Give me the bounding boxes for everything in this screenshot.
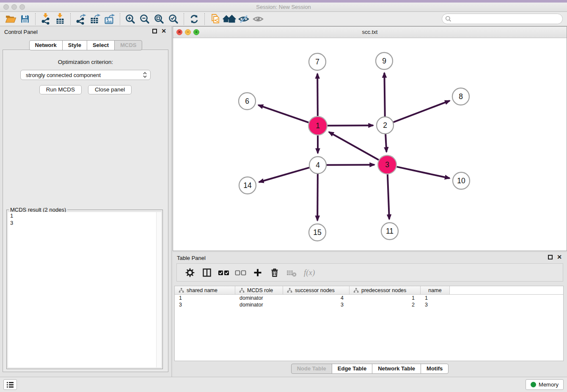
close-table-panel-icon[interactable]: ✕	[557, 255, 562, 259]
maximize-window-button[interactable]	[19, 4, 25, 10]
save-session-icon[interactable]	[18, 13, 32, 25]
zoom-out-icon[interactable]	[138, 13, 152, 25]
graph-edge-4-15[interactable]	[317, 174, 318, 221]
tab-select[interactable]: Select	[87, 40, 115, 50]
tree-column-icon	[287, 288, 292, 293]
graph-node-label-14: 14	[243, 181, 252, 190]
float-panel-icon[interactable]	[152, 29, 157, 33]
export-table-icon[interactable]	[88, 13, 102, 25]
close-window-button[interactable]	[3, 4, 9, 10]
table-cell[interactable]: 4	[283, 295, 350, 301]
columns-icon[interactable]	[201, 266, 213, 279]
table-cell[interactable]: 1	[350, 295, 421, 301]
column-header-label: MCDS role	[247, 287, 273, 293]
graph-edge-1-2[interactable]	[328, 125, 373, 126]
graph-edge-3-10[interactable]	[396, 167, 449, 178]
network-window-title: scc.txt	[173, 27, 567, 38]
graph-edge-2-9[interactable]	[384, 73, 385, 116]
graph-edge-4-14[interactable]	[259, 168, 309, 182]
add-row-icon[interactable]	[251, 266, 264, 279]
table-panel-title: Table Panel	[177, 255, 206, 261]
close-panel-button[interactable]: Close panel	[88, 85, 132, 94]
table-cell[interactable]: 3	[175, 302, 235, 308]
eye-icon[interactable]	[251, 13, 265, 25]
graph-node-label-4: 4	[316, 161, 320, 169]
node-table[interactable]: shared nameMCDS rolesuccessor nodesprede…	[174, 286, 564, 361]
toolbar-separator	[204, 13, 205, 25]
export-network-icon[interactable]	[74, 13, 88, 25]
open-session-icon[interactable]	[3, 13, 18, 25]
result-item[interactable]: 3	[8, 219, 161, 226]
network-view-window: ✕ – + scc.txt 7968124314101511	[173, 26, 567, 251]
trash-icon[interactable]	[268, 266, 281, 279]
table-cell[interactable]: 1	[175, 295, 235, 301]
table-row[interactable]: 3dominator323	[175, 301, 563, 308]
result-list-scrollbar[interactable]	[156, 212, 161, 367]
zoom-fit-icon[interactable]	[152, 13, 166, 25]
select-all-icon[interactable]	[217, 266, 230, 279]
tab-mcds[interactable]: MCDS	[114, 40, 142, 50]
column-header-name[interactable]: name	[421, 286, 450, 294]
export-image-icon[interactable]	[102, 13, 117, 25]
optimization-criterion-label: Optimization criterion:	[3, 59, 168, 65]
tab-network-table[interactable]: Network Table	[372, 364, 421, 374]
graph-edge-4-3[interactable]	[327, 165, 374, 165]
column-header-successor-nodes[interactable]: successor nodes	[283, 286, 350, 294]
window-title: Session: New Session	[0, 3, 567, 11]
zoom-in-icon[interactable]	[123, 13, 138, 25]
graph-edge-2-8[interactable]	[394, 101, 450, 122]
tab-motifs[interactable]: Motifs	[421, 364, 449, 374]
graph-edge-1-6[interactable]	[258, 105, 308, 122]
table-row[interactable]: 1dominator411	[175, 295, 563, 301]
column-header-predecessor-nodes[interactable]: predecessor nodes	[350, 286, 421, 294]
import-table-icon[interactable]	[53, 13, 67, 25]
table-cell[interactable]: 1	[421, 295, 450, 301]
close-panel-icon[interactable]: ✕	[161, 29, 166, 33]
network-window-traffic-lights: ✕ – +	[176, 29, 199, 35]
import-network-icon[interactable]	[39, 13, 53, 25]
graph-node-label-1: 1	[316, 121, 320, 130]
graph-edge-1-7[interactable]	[317, 74, 318, 116]
table-cell[interactable]: 3	[283, 302, 350, 308]
run-mcds-button[interactable]: Run MCDS	[39, 85, 82, 94]
graph-edge-3-11[interactable]	[388, 174, 389, 219]
search-field[interactable]	[442, 14, 563, 24]
mcds-panel: Optimization criterion: strongly connect…	[3, 50, 168, 372]
network-window-titlebar[interactable]: ✕ – + scc.txt	[173, 27, 567, 38]
delete-table-icon	[285, 266, 298, 279]
tab-node-table[interactable]: Node Table	[291, 364, 332, 374]
graph-node-label-11: 11	[386, 227, 394, 235]
tab-edge-table[interactable]: Edge Table	[332, 364, 372, 374]
column-header-MCDS-role[interactable]: MCDS role	[235, 286, 283, 294]
graph-edge-2-3[interactable]	[385, 134, 386, 152]
float-table-panel-icon[interactable]	[548, 255, 553, 259]
network-canvas[interactable]: 7968124314101511	[173, 38, 567, 251]
table-cell[interactable]: 2	[350, 302, 421, 308]
minimize-window-button[interactable]	[11, 4, 17, 10]
result-item[interactable]: 1	[8, 212, 161, 219]
task-history-button[interactable]	[3, 379, 17, 390]
table-cell[interactable]: 3	[421, 302, 450, 308]
table-tabs: Node TableEdge TableNetwork TableMotifs	[173, 364, 567, 374]
refresh-icon[interactable]	[187, 13, 201, 25]
clone-network-icon[interactable]	[208, 13, 222, 25]
eye-slash-icon[interactable]	[237, 13, 251, 25]
tab-style[interactable]: Style	[62, 40, 87, 50]
tab-network[interactable]: Network	[29, 40, 63, 50]
search-input[interactable]	[451, 16, 562, 22]
graph-edge-3-1[interactable]	[329, 132, 379, 160]
zoom-selected-icon[interactable]	[166, 13, 181, 25]
column-header-shared-name[interactable]: shared name	[175, 286, 235, 294]
memory-button[interactable]: Memory	[526, 379, 564, 390]
table-cell[interactable]: dominator	[235, 295, 283, 301]
network-graph[interactable]: 7968124314101511	[173, 38, 567, 251]
unselect-all-icon[interactable]	[234, 266, 247, 279]
gear-icon[interactable]	[184, 266, 196, 279]
minimize-network-button[interactable]: –	[185, 29, 191, 35]
houses-icon[interactable]	[222, 13, 237, 25]
optimization-criterion-select[interactable]: strongly connected component	[20, 70, 151, 80]
maximize-network-button[interactable]: +	[193, 29, 199, 35]
close-network-button[interactable]: ✕	[176, 29, 182, 35]
table-cell[interactable]: dominator	[235, 302, 283, 308]
mcds-result-list[interactable]: 13	[8, 212, 161, 367]
